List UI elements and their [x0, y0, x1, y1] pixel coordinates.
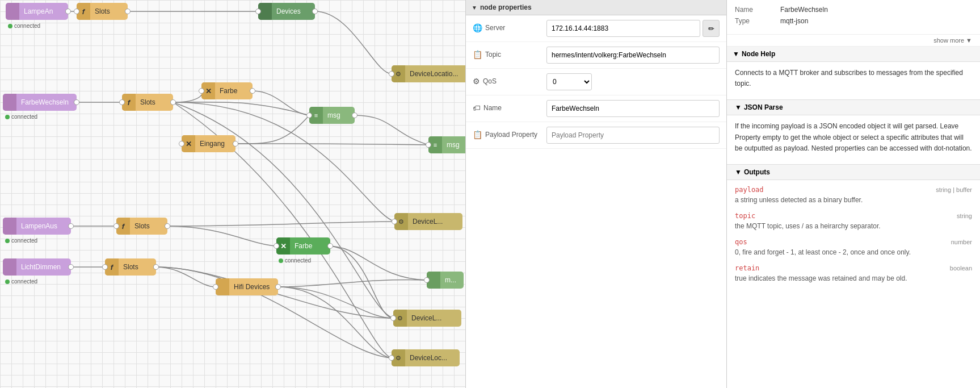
server-label: 🌐 Server [473, 20, 541, 32]
node-deviceL1-port-left[interactable] [392, 219, 397, 224]
output-item: retain boolean true indicates the messag… [735, 264, 972, 283]
node-slots2[interactable]: f Slots [122, 94, 173, 111]
node-slots3-port-left[interactable] [113, 223, 119, 229]
node-deviceLocation1-port-left[interactable] [389, 71, 394, 77]
node-devices-label: Devices [272, 7, 315, 15]
node-msg2-label: msg [442, 141, 465, 149]
node-slots2-port-right[interactable] [170, 99, 176, 105]
node-help-header[interactable]: ▼ Node Help [727, 47, 980, 62]
node-farbe-wechseln-status: connected [5, 114, 37, 120]
node-slots4-port-left[interactable] [102, 264, 108, 270]
json-parse-text: If the incoming payload is a JSON encode… [735, 121, 972, 154]
output-name-row: qos number [735, 238, 972, 246]
node-slots4[interactable]: f Slots [105, 258, 156, 276]
node-lampenAus-label: LampenAus [16, 222, 71, 230]
node-lampeAn[interactable]: LampeAn connected [6, 3, 68, 20]
payload-property-input[interactable] [546, 127, 720, 144]
outputs-chevron: ▼ [735, 168, 742, 176]
node-farbe1-port-left[interactable] [199, 88, 204, 94]
node-lichtDimmen[interactable]: LichtDimmen connected [3, 258, 71, 276]
help-type-label: Type [735, 17, 780, 25]
node-slots3[interactable]: f Slots [116, 218, 167, 235]
node-lampeAn-icon [6, 3, 19, 20]
node-devices[interactable]: Devices [258, 3, 315, 20]
node-properties-header[interactable]: ▼ node properties [466, 0, 726, 15]
output-type: string | buffer [936, 186, 972, 193]
output-type: boolean [950, 265, 972, 272]
node-deviceLoc2-port-left[interactable] [389, 355, 394, 361]
node-hifiDevices-label: Hifi Devices [229, 283, 278, 291]
node-deviceLocation1[interactable]: ⚙ DeviceLocatio... [392, 65, 465, 82]
node-eingang[interactable]: ✕ Eingang [182, 135, 235, 152]
payload-icon: 📋 [473, 130, 482, 139]
node-msg3-port-left[interactable] [424, 277, 430, 283]
output-type: string [957, 212, 972, 219]
node-hifiDevices-port-right[interactable] [275, 284, 281, 290]
node-help-intro: Connects to a MQTT broker and subscribes… [727, 62, 980, 99]
node-msg1-port-right[interactable] [352, 112, 357, 118]
node-farbe1-port-right[interactable] [250, 88, 255, 94]
flow-canvas[interactable]: LampeAn connected f Slots Devices ⚙ Devi… [0, 0, 465, 388]
server-row: 🌐 Server ✏ [466, 15, 726, 42]
qos-label: ⚙ QoS [473, 73, 541, 86]
node-lichtDimmen-icon [3, 258, 16, 276]
node-msg2-port-left[interactable] [426, 142, 431, 148]
node-hifiDevices[interactable]: Hifi Devices [216, 278, 278, 295]
node-deviceL2-port-left[interactable] [390, 315, 396, 321]
node-farbe-wechseln-port-right[interactable] [74, 99, 79, 105]
node-slots1[interactable]: f Slots [77, 3, 128, 20]
node-devices-port-left[interactable] [255, 9, 261, 14]
node-help-chevron: ▼ [733, 50, 739, 58]
server-edit-button[interactable]: ✏ [703, 20, 720, 37]
node-lichtDimmen-port-right[interactable] [68, 264, 74, 270]
node-eingang-port-right[interactable] [233, 141, 238, 147]
node-slots1-port-right[interactable] [125, 9, 131, 14]
node-msg1[interactable]: ≡ msg [309, 107, 355, 124]
node-deviceLoc2-label: DeviceLoc... [405, 354, 460, 362]
node-deviceL1[interactable]: ⚙ DeviceL... [394, 213, 462, 230]
node-farbe2-port-right[interactable] [327, 243, 333, 249]
node-farbe1[interactable]: ✕ Farbe [201, 82, 253, 99]
node-help-title: Node Help [742, 50, 775, 58]
json-parse-header[interactable]: ▼ JSON Parse [727, 99, 980, 115]
node-deviceL2[interactable]: ⚙ DeviceL... [393, 310, 461, 327]
node-slots3-port-right[interactable] [165, 223, 170, 229]
server-input[interactable] [546, 20, 700, 37]
node-msg3[interactable]: m... [427, 272, 464, 289]
node-slots1-port-left[interactable] [74, 9, 79, 14]
node-slots2-port-left[interactable] [119, 99, 125, 105]
node-devices-port-right[interactable] [312, 9, 318, 14]
outputs-header[interactable]: ▼ Outputs [727, 164, 980, 180]
help-properties: Name FarbeWechseln Type mqtt-json [727, 0, 980, 35]
node-farbe2-port-left[interactable] [274, 243, 279, 249]
node-farbe2-status: connected [279, 257, 311, 264]
topic-input[interactable] [546, 47, 720, 64]
node-msg2[interactable]: ≡ msg [428, 136, 465, 153]
node-deviceL2-label: DeviceL... [407, 314, 461, 322]
node-msg3-label: m... [440, 276, 464, 284]
server-icon: 🌐 [473, 23, 482, 32]
node-msg1-port-left[interactable] [306, 112, 312, 118]
output-name: topic [735, 212, 755, 220]
node-properties-chevron: ▼ [472, 5, 477, 11]
node-lampenAus-port-right[interactable] [68, 223, 74, 229]
help-name-value: FarbeWechseln [780, 6, 828, 14]
node-hifiDevices-port-left[interactable] [213, 284, 218, 290]
node-lampeAn-port-right[interactable] [65, 9, 71, 14]
name-input[interactable] [546, 100, 720, 117]
output-desc: a string unless detected as a binary buf… [735, 195, 972, 205]
show-more-link[interactable]: show more ▼ [727, 35, 980, 47]
node-lampeAn-label: LampeAn [19, 7, 68, 15]
name-label: 🏷 Name [473, 100, 541, 112]
node-farbe2[interactable]: ✕ Farbe connected [276, 237, 330, 255]
node-farbe2-label: Farbe [290, 242, 330, 250]
node-slots4-label: Slots [119, 263, 156, 271]
output-name-row: payload string | buffer [735, 186, 972, 194]
qos-select[interactable]: 0 1 2 [546, 73, 592, 90]
node-deviceLoc2[interactable]: ⚙ DeviceLoc... [392, 349, 460, 366]
help-name-row: Name FarbeWechseln [735, 6, 972, 14]
node-slots4-port-right[interactable] [153, 264, 159, 270]
node-farbe-wechseln[interactable]: FarbeWechseln connected [3, 94, 77, 111]
node-lampenAus[interactable]: LampenAus connected [3, 218, 71, 235]
node-eingang-port-left[interactable] [179, 141, 184, 147]
